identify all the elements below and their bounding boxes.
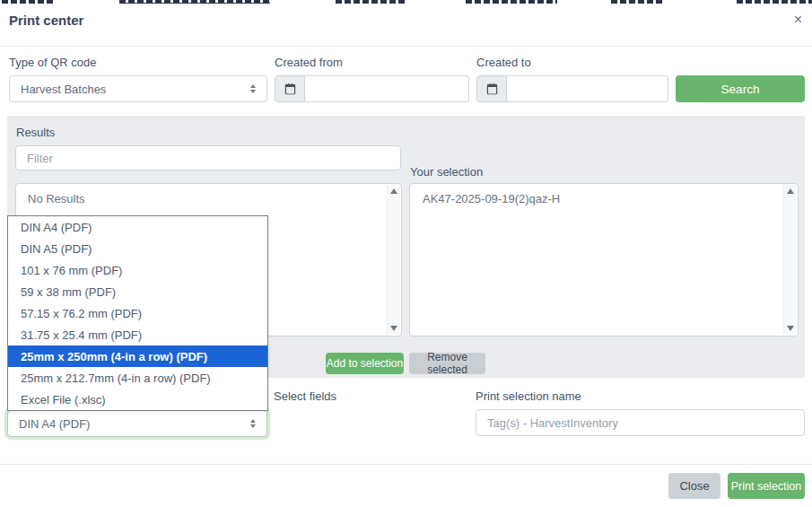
selection-listbox[interactable]: AK47-2025-09-19(2)qaz-H [409,183,799,337]
nav-item-fragment-active[interactable] [119,0,270,4]
dropdown-option[interactable]: 31.75 x 25.4 mm (PDF) [8,324,267,345]
remove-selected-button[interactable]: Remove selected [409,353,485,374]
print-center-modal: Print center × Type of QR code Created f… [0,0,812,507]
print-selection-name-input[interactable] [476,409,805,436]
nav-item-fragment[interactable] [2,0,54,4]
created-to-label: Created to [476,56,531,69]
nav-item-fragment[interactable] [611,0,665,4]
dropdown-option[interactable]: Excel File (.xlsc) [8,389,267,410]
add-to-selection-button[interactable]: Add to selection [326,353,404,374]
close-button[interactable]: Close [668,473,720,499]
dropdown-option[interactable]: 25mm x 250mm (4-in a row) (PDF) [8,345,267,367]
scroll-down-icon[interactable] [787,326,794,331]
calendar-icon [284,83,296,95]
scroll-up-icon[interactable] [787,188,794,194]
your-selection-label: Your selection [410,165,483,179]
nav-item-fragment[interactable] [737,0,812,4]
scroll-up-icon[interactable] [390,188,397,194]
results-label: Results [16,126,55,139]
dropdown-option[interactable]: DIN A5 (PDF) [8,238,267,259]
created-from-calendar-button[interactable] [275,75,305,102]
scroll-down-icon[interactable] [390,326,397,331]
dropdown-option[interactable]: 101 x 76 mm (PDF) [8,259,267,281]
filter-input[interactable] [15,145,401,170]
page-title: Print center [9,13,83,28]
dropdown-option[interactable]: 25mm x 212.7mm (4-in a row) (PDF) [8,367,267,389]
nav-item-fragment[interactable] [466,0,557,4]
calendar-icon [486,83,498,95]
print-selection-button[interactable]: Print selection [728,473,805,499]
print-selection-name-label: Print selection name [476,389,581,403]
dropdown-option[interactable]: 57.15 x 76.2 mm (PDF) [8,302,267,324]
dropdown-option[interactable]: 59 x 38 mm (PDF) [8,281,267,302]
created-to-calendar-button[interactable] [476,75,507,102]
footer-divider [0,464,812,465]
close-icon[interactable]: × [794,13,802,27]
header-divider [0,46,812,47]
print-format-value: DIN A4 (PDF) [19,417,90,431]
dropdown-option[interactable]: DIN A4 (PDF) [8,216,267,238]
qr-type-label: Type of QR code [9,56,97,69]
selection-scrollbar[interactable] [783,185,797,335]
selection-item[interactable]: AK47-2025-09-19(2)qaz-H [410,184,798,205]
select-fields-label: Select fields [274,389,336,403]
results-scrollbar[interactable] [387,185,400,335]
format-dropdown: DIN A4 (PDF)DIN A5 (PDF)101 x 76 mm (PDF… [7,215,268,411]
search-button[interactable]: Search [676,75,805,102]
created-from-input[interactable] [305,75,469,102]
selection-items: AK47-2025-09-19(2)qaz-H [410,184,798,205]
qr-type-value: Harvest Batches [21,83,106,96]
no-results-text: No Results [16,184,401,205]
select-updown-icon [250,84,256,93]
qr-type-select[interactable]: Harvest Batches [9,75,267,102]
created-to-input[interactable] [507,75,668,102]
created-from-label: Created from [275,56,343,69]
print-format-select[interactable]: DIN A4 (PDF) [7,410,267,437]
select-updown-icon [250,419,256,428]
nav-item-fragment[interactable] [336,0,406,4]
